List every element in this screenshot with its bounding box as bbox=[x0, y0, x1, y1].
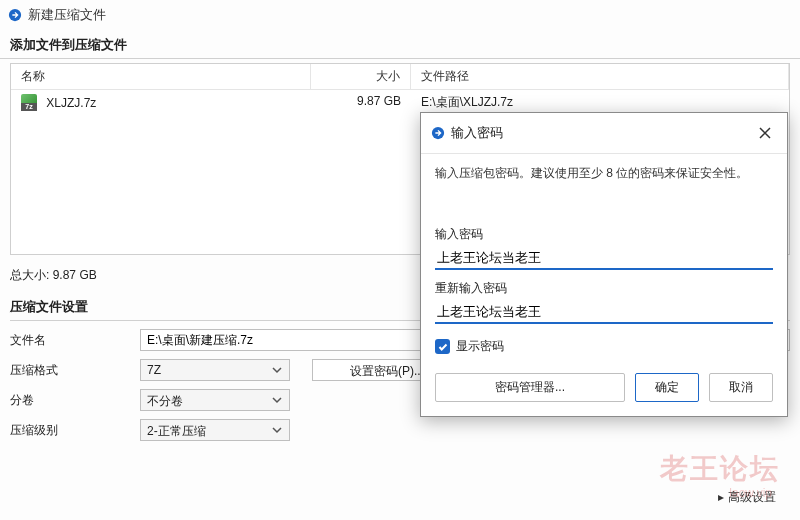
repeat-password-label: 重新输入密码 bbox=[435, 280, 773, 297]
format-select[interactable]: 7Z bbox=[140, 359, 290, 381]
cell-filename: XLJZJ.7z bbox=[46, 96, 96, 110]
column-header-size[interactable]: 大小 bbox=[311, 64, 411, 89]
level-label: 压缩级别 bbox=[10, 422, 140, 439]
caret-right-icon: ▸ bbox=[718, 490, 724, 504]
show-password-label: 显示密码 bbox=[456, 338, 504, 355]
checkbox-checked-icon bbox=[435, 339, 450, 354]
chevron-down-icon bbox=[272, 364, 284, 376]
format-label: 压缩格式 bbox=[10, 362, 140, 379]
show-password-checkbox[interactable]: 显示密码 bbox=[435, 338, 773, 355]
cell-filesize: 9.87 GB bbox=[311, 90, 411, 115]
window-title-bar: 新建压缩文件 bbox=[0, 0, 800, 30]
password-manager-button[interactable]: 密码管理器... bbox=[435, 373, 625, 402]
level-select[interactable]: 2-正常压缩 bbox=[140, 419, 290, 441]
ok-button[interactable]: 确定 bbox=[635, 373, 699, 402]
repeat-password-input[interactable] bbox=[435, 301, 773, 324]
chevron-down-icon bbox=[272, 394, 284, 406]
add-files-heading: 添加文件到压缩文件 bbox=[0, 30, 800, 59]
chevron-down-icon bbox=[272, 424, 284, 436]
password-label: 输入密码 bbox=[435, 226, 773, 243]
close-icon bbox=[759, 127, 771, 139]
close-button[interactable] bbox=[753, 121, 777, 145]
column-header-name[interactable]: 名称 bbox=[11, 64, 311, 89]
window-title-text: 新建压缩文件 bbox=[28, 6, 106, 24]
filename-label: 文件名 bbox=[10, 332, 140, 349]
dialog-help-text: 输入压缩包密码。建议使用至少 8 位的密码来保证安全性。 bbox=[435, 164, 773, 182]
split-select[interactable]: 不分卷 bbox=[140, 389, 290, 411]
file-list-header: 名称 大小 文件路径 bbox=[11, 64, 789, 90]
arrow-circle-icon bbox=[431, 126, 445, 140]
column-header-path[interactable]: 文件路径 bbox=[411, 64, 789, 89]
advanced-settings-link[interactable]: ▸高级设置 bbox=[718, 489, 776, 506]
watermark: 老王论坛 bbox=[660, 450, 780, 488]
password-input[interactable] bbox=[435, 247, 773, 270]
cancel-button[interactable]: 取消 bbox=[709, 373, 773, 402]
archive-7z-icon bbox=[21, 94, 37, 110]
split-label: 分卷 bbox=[10, 392, 140, 409]
password-dialog: 输入密码 输入压缩包密码。建议使用至少 8 位的密码来保证安全性。 输入密码 重… bbox=[420, 112, 788, 417]
dialog-title-bar: 输入密码 bbox=[421, 113, 787, 154]
arrow-circle-icon bbox=[8, 8, 22, 22]
dialog-title-text: 输入密码 bbox=[451, 124, 503, 142]
